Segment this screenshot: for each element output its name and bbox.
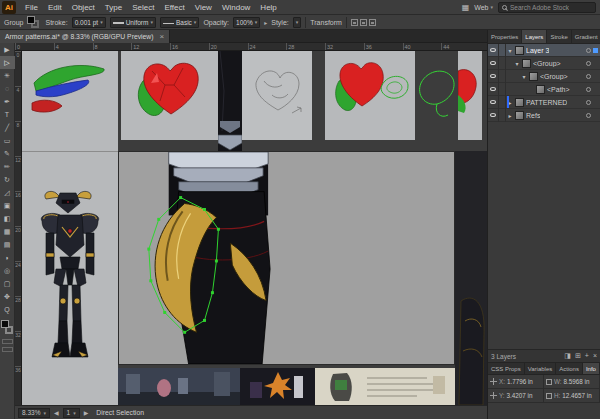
- layer-thumbnail[interactable]: [529, 72, 538, 81]
- menu-item[interactable]: Edit: [43, 0, 67, 15]
- vertical-ruler[interactable]: 04812162024283236: [15, 51, 22, 405]
- align-right-icon[interactable]: [369, 19, 376, 26]
- pen-tool[interactable]: ✒: [0, 95, 15, 108]
- mesh-tool[interactable]: ▦: [0, 225, 15, 238]
- panel-tab[interactable]: Properties: [488, 30, 522, 43]
- fill-stroke-swatches[interactable]: [27, 16, 41, 29]
- horizontal-ruler[interactable]: 048121620242832364044: [15, 43, 487, 51]
- artboard-tool[interactable]: ▢: [0, 277, 15, 290]
- lock-toggle[interactable]: [499, 44, 506, 57]
- target-circle-icon[interactable]: [586, 48, 591, 53]
- align-left-icon[interactable]: [351, 19, 358, 26]
- menu-item[interactable]: Effect: [159, 0, 189, 15]
- chevron-right-icon[interactable]: ▸: [264, 19, 267, 26]
- lasso-tool[interactable]: ◌: [0, 82, 15, 95]
- ribbon-shapes-artwork[interactable]: [24, 55, 116, 121]
- layer-row[interactable]: ▸ Refs: [488, 109, 600, 122]
- layer-row[interactable]: ▸ PATTERNED: [488, 96, 600, 109]
- align-center-icon[interactable]: [360, 19, 367, 26]
- expand-arrow-icon[interactable]: ▸: [507, 112, 513, 119]
- layer-name[interactable]: PATTERNED: [526, 99, 567, 106]
- menu-item[interactable]: Select: [127, 0, 159, 15]
- reference-image-2[interactable]: [240, 368, 315, 405]
- reference-image-3[interactable]: [315, 368, 455, 405]
- menu-item[interactable]: File: [20, 0, 43, 15]
- artboard-heart-render[interactable]: [121, 51, 218, 140]
- new-sublayer-icon[interactable]: ⊞: [575, 352, 581, 360]
- lock-toggle[interactable]: [499, 109, 506, 122]
- direct-selection-tool[interactable]: ▷: [0, 56, 15, 69]
- scale-tool[interactable]: ◿: [0, 186, 15, 199]
- target-circle-icon[interactable]: [586, 113, 591, 118]
- artboard-heart-outline[interactable]: [325, 51, 415, 140]
- menu-item[interactable]: Window: [217, 0, 255, 15]
- layer-name[interactable]: <Group>: [540, 73, 568, 80]
- layer-row[interactable]: ▾ Layer 3: [488, 44, 600, 57]
- line-segment-tool[interactable]: ╱: [0, 121, 15, 134]
- delete-layer-icon[interactable]: ×: [593, 352, 597, 360]
- lock-toggle[interactable]: [499, 83, 506, 96]
- layer-thumbnail[interactable]: [515, 111, 524, 120]
- artboard-heart-partial[interactable]: [458, 51, 482, 140]
- fill-swatch[interactable]: [1, 320, 9, 328]
- type-tool[interactable]: T: [0, 108, 15, 121]
- free-transform-tool[interactable]: ▣: [0, 199, 15, 212]
- visibility-toggle[interactable]: [488, 57, 499, 70]
- toolbar-fill-stroke[interactable]: [1, 320, 14, 336]
- layer-name[interactable]: <Group>: [533, 60, 561, 67]
- zoom-tool[interactable]: Q: [0, 303, 15, 316]
- transform-link[interactable]: Transform: [310, 19, 342, 26]
- stock-search-input[interactable]: Search Adobe Stock: [498, 2, 596, 13]
- pasteboard-outline-shape[interactable]: [415, 51, 458, 151]
- expand-arrow-icon[interactable]: ▾: [521, 73, 527, 80]
- layer-row[interactable]: <Path>: [488, 83, 600, 96]
- close-icon[interactable]: ×: [160, 31, 165, 43]
- fill-swatch[interactable]: [27, 16, 35, 24]
- make-mask-icon[interactable]: ◨: [564, 352, 571, 360]
- expand-arrow-icon[interactable]: ▸: [507, 99, 513, 106]
- shape-builder-tool[interactable]: ◧: [0, 212, 15, 225]
- next-artboard-icon[interactable]: ▶: [84, 409, 89, 416]
- panel-tab[interactable]: Info: [583, 363, 600, 374]
- leg-render[interactable]: [119, 152, 454, 364]
- expand-arrow-icon[interactable]: ▾: [514, 60, 520, 67]
- artboard-navigation-dropdown[interactable]: 1 ▾: [63, 408, 80, 418]
- reference-image-1[interactable]: [118, 368, 240, 405]
- target-circle-icon[interactable]: [586, 100, 591, 105]
- workspace-switcher[interactable]: Web ▾: [474, 4, 493, 11]
- rotate-tool[interactable]: ↻: [0, 173, 15, 186]
- gradient-tool[interactable]: ▤: [0, 238, 15, 251]
- paintbrush-tool[interactable]: ✎: [0, 147, 15, 160]
- panel-tab[interactable]: Stroke: [547, 30, 571, 43]
- screen-mode-button[interactable]: [2, 347, 13, 352]
- target-circle-icon[interactable]: [586, 61, 591, 66]
- panel-tab[interactable]: Layers: [522, 30, 547, 43]
- layer-thumbnail[interactable]: [515, 98, 524, 107]
- menu-item[interactable]: View: [190, 0, 217, 15]
- document-tab[interactable]: Armor patterns.ai* @ 8.33% (RGB/GPU Prev…: [0, 30, 170, 43]
- lock-toggle[interactable]: [499, 96, 506, 109]
- panel-tab[interactable]: CSS Props: [488, 363, 525, 374]
- expand-arrow-icon[interactable]: ▾: [507, 47, 513, 54]
- layer-name[interactable]: <Path>: [547, 86, 570, 93]
- draw-mode-button[interactable]: [2, 339, 13, 344]
- visibility-toggle[interactable]: [488, 96, 499, 109]
- opacity-dropdown[interactable]: 100% ▾: [233, 17, 260, 28]
- lock-toggle[interactable]: [499, 70, 506, 83]
- lock-toggle[interactable]: [499, 57, 506, 70]
- artboard-sketch[interactable]: [242, 51, 312, 140]
- app-logo[interactable]: Ai: [2, 1, 16, 14]
- width-profile-dropdown[interactable]: Uniform ▾: [110, 17, 156, 28]
- target-circle-icon[interactable]: [586, 87, 591, 92]
- selected-image-frame[interactable]: [118, 151, 455, 365]
- hand-tool[interactable]: ✥: [0, 290, 15, 303]
- layer-row[interactable]: ▾ <Group>: [488, 57, 600, 70]
- menu-item[interactable]: Type: [100, 0, 127, 15]
- layer-thumbnail[interactable]: [522, 59, 531, 68]
- layer-name[interactable]: Refs: [526, 112, 540, 119]
- eyedropper-tool[interactable]: ◗: [0, 251, 15, 264]
- brush-definition-dropdown[interactable]: Basic ▾: [160, 17, 199, 28]
- artboard-left-column[interactable]: [22, 51, 118, 405]
- layer-thumbnail[interactable]: [536, 85, 545, 94]
- target-circle-icon[interactable]: [586, 74, 591, 79]
